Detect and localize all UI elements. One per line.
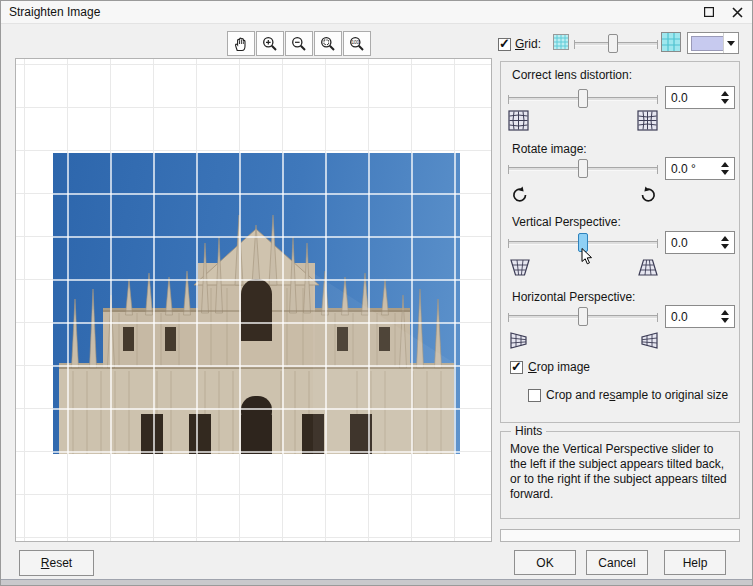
help-button[interactable]: Help <box>664 550 726 575</box>
spin-up-icon[interactable] <box>721 162 729 167</box>
horizontal-perspective-value[interactable]: 0.0 <box>671 310 688 324</box>
maximize-button[interactable] <box>694 1 723 23</box>
hints-text: Move the Vertical Perspective slider to … <box>510 442 731 502</box>
zoom-100-button[interactable]: 100 <box>343 31 371 56</box>
horizontal-perspective-label: Horizontal Perspective: <box>512 290 635 304</box>
spin-up-icon[interactable] <box>721 310 729 315</box>
zoom-to-fit-icon <box>319 35 337 53</box>
zoom-to-fit-button[interactable] <box>314 31 342 56</box>
progress-bar <box>500 529 740 542</box>
check-icon: ✓ <box>499 36 510 51</box>
zoom-100-icon: 100 <box>348 35 366 53</box>
perspective-tilt-back-icon <box>509 258 531 277</box>
straighten-image-dialog: Straighten Image <box>0 0 753 586</box>
horizontal-perspective-slider[interactable] <box>508 307 658 327</box>
crop-resample-checkbox[interactable]: ✓ <box>528 389 541 402</box>
grid-label: Grid: <box>515 37 541 51</box>
vertical-perspective-thumb[interactable] <box>578 233 588 252</box>
barrel-distortion-icon <box>508 110 529 131</box>
reset-button[interactable]: Reset <box>19 550 94 576</box>
grid-color-dropdown[interactable] <box>687 32 739 54</box>
grid-size-slider[interactable] <box>574 34 658 54</box>
zoom-out-button[interactable] <box>285 31 313 56</box>
grid-overlay <box>53 153 460 454</box>
vertical-perspective-slider[interactable] <box>508 233 658 253</box>
pan-hand-icon <box>232 35 250 53</box>
grid-size-slider-thumb[interactable] <box>608 34 618 53</box>
zoom-in-button[interactable] <box>256 31 284 56</box>
rotate-image-label: Rotate image: <box>512 142 587 156</box>
perspective-pan-left-icon <box>509 331 531 350</box>
svg-text:100: 100 <box>351 40 359 45</box>
chevron-down-icon <box>727 41 735 46</box>
lens-distortion-slider[interactable] <box>508 89 658 109</box>
rotate-cw-icon[interactable] <box>638 185 658 205</box>
photo-cathedral[interactable] <box>53 153 460 454</box>
crop-resample-label: Crop and resample to original size <box>546 388 728 402</box>
lens-distortion-value[interactable]: 0.0 <box>671 91 688 105</box>
spin-down-icon[interactable] <box>721 318 729 323</box>
spin-down-icon[interactable] <box>721 244 729 249</box>
grid-checkbox[interactable]: ✓ <box>498 38 511 51</box>
lens-distortion-spinbox[interactable]: 0.0 <box>665 86 735 109</box>
close-icon <box>732 7 743 18</box>
maximize-icon <box>704 7 714 17</box>
perspective-tilt-forward-icon <box>637 258 659 277</box>
spin-up-icon[interactable] <box>721 236 729 241</box>
crop-image-label: Crop image <box>528 360 590 374</box>
small-grid-icon <box>553 34 569 50</box>
perspective-pan-right-icon <box>637 331 659 350</box>
lens-distortion-thumb[interactable] <box>578 89 588 108</box>
vertical-perspective-value[interactable]: 0.0 <box>671 236 688 250</box>
rotate-slider[interactable] <box>508 159 658 179</box>
rotate-thumb[interactable] <box>578 159 588 178</box>
dropdown-arrow-button[interactable] <box>723 33 738 53</box>
horizontal-perspective-thumb[interactable] <box>578 307 588 326</box>
hints-groupbox: Hints Move the Vertical Perspective slid… <box>500 431 740 519</box>
cancel-button[interactable]: Cancel <box>586 550 648 575</box>
rotate-spinbox[interactable]: 0.0 ° <box>665 157 735 180</box>
spin-down-icon[interactable] <box>721 170 729 175</box>
hints-title: Hints <box>511 424 546 438</box>
pan-tool-button[interactable] <box>227 31 255 56</box>
zoom-out-icon <box>290 35 308 53</box>
zoom-in-icon <box>261 35 279 53</box>
check-icon: ✓ <box>511 359 522 374</box>
spin-up-icon[interactable] <box>721 91 729 96</box>
preview-canvas[interactable] <box>15 58 492 542</box>
pincushion-distortion-icon <box>637 110 658 131</box>
vertical-perspective-spinbox[interactable]: 0.0 <box>665 231 735 254</box>
vertical-perspective-label: Vertical Perspective: <box>512 215 621 229</box>
ok-button[interactable]: OK <box>514 550 576 575</box>
title-bar: Straighten Image <box>1 1 752 24</box>
spin-down-icon[interactable] <box>721 99 729 104</box>
dialog-title: Straighten Image <box>9 5 100 19</box>
dialog-bottom-edge <box>1 579 752 585</box>
lens-distortion-label: Correct lens distortion: <box>512 68 632 82</box>
rotate-value[interactable]: 0.0 ° <box>671 162 696 176</box>
close-button[interactable] <box>723 1 752 23</box>
grid-color-swatch <box>691 36 724 51</box>
rotate-ccw-icon[interactable] <box>510 185 530 205</box>
crop-image-checkbox[interactable]: ✓ <box>510 361 523 374</box>
horizontal-perspective-spinbox[interactable]: 0.0 <box>665 305 735 328</box>
large-grid-icon <box>661 32 681 52</box>
